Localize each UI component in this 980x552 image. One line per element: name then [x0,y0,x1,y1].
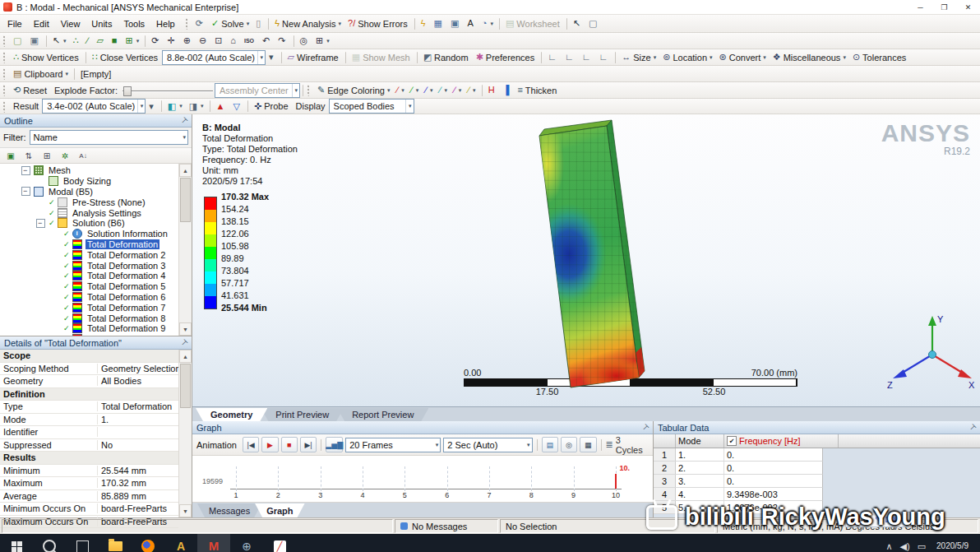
body-filter-icon[interactable]: ■ [109,33,122,49]
details-scrollbar[interactable]: ▲ ▼ [178,350,192,517]
max-tag-icon[interactable]: ▲ [213,99,230,114]
graphics-viewport[interactable]: B: Modal Total Deformation Type: Total D… [192,114,980,406]
firefox-button[interactable] [132,534,164,552]
zoom-out-icon[interactable]: ⊖ [196,33,211,49]
animation-timeline[interactable]: 19599 1 2 3 4 5 6 7 8 9 10 10. [192,456,653,503]
separator[interactable] [46,35,47,47]
mechanical-app-button[interactable]: M [197,534,230,552]
pin-icon[interactable]: ⊤ [968,422,978,433]
volume-icon[interactable]: ◀) [900,541,910,552]
coordinate-triad[interactable]: Y X Z [883,312,978,398]
tabular-row[interactable]: 3 3. 0. [654,475,823,488]
filter-name-select[interactable]: Name ▾ [30,130,189,145]
details-row[interactable]: Geometry All Bodies [0,375,178,388]
toolbar-grip[interactable] [3,35,7,47]
clipboard-button[interactable]: ▤ Clipboard ▾ [10,66,72,81]
tree-expander-icon[interactable] [21,166,30,175]
worksheet-button[interactable]: ▤ Worksheet [502,16,564,31]
tree-item[interactable]: ✓ Total Deformation 6 [0,292,178,303]
image-capture-icon[interactable]: ▣ [447,16,464,31]
checkbox-checked-icon[interactable]: ✔ [727,436,737,446]
search-button[interactable] [33,534,66,552]
tree-item[interactable]: ✓ Total Deformation [0,239,178,250]
solve-button[interactable]: ✓ Solve ▾ [208,16,252,31]
show-errors-button[interactable]: ?/ Show Errors [344,16,412,31]
marker-icon[interactable]: H [485,82,500,98]
preferences-button[interactable]: ✱ Preferences [473,49,539,65]
miscellaneous-button[interactable]: ❖ Miscellaneous ▾ [770,49,849,65]
tree-filter-icon[interactable]: ✲ [57,149,73,163]
convert-button[interactable]: ⊛ Convert ▾ [716,49,770,65]
assembly-center-combo[interactable]: Assembly Center ▾ [215,83,300,98]
scale-menu-icon[interactable]: ▾ [266,49,279,65]
minimize-button[interactable]: ─ [908,0,932,14]
details-row[interactable]: Average 85.889 mm [0,490,178,503]
zoom-in-icon[interactable]: ⊕ [180,33,196,49]
pin-icon[interactable]: ⊤ [179,115,190,126]
separator[interactable] [294,35,294,47]
frequency-column-header[interactable]: ✔ Frequency [Hz] [724,434,839,448]
separator[interactable] [615,52,616,63]
edges-style-icon[interactable]: ◨ ▾ [186,99,207,114]
separator[interactable] [417,52,418,63]
wireframe-button[interactable]: ▱ Wireframe [284,49,343,65]
next-view-icon[interactable]: ↷ [275,33,290,49]
play-button[interactable]: ▶ [261,437,278,452]
separator[interactable] [74,68,75,80]
details-row[interactable]: Minimum Occurs On board-FreeParts [0,503,178,516]
toolbar-grip[interactable] [3,51,7,63]
tree-item[interactable]: ✓ Total Deformation 10 [0,334,178,336]
vertex-filter-icon[interactable]: ∴ [70,33,84,49]
clipboard-state-label[interactable]: [Empty] [77,67,114,81]
separator[interactable] [566,18,567,30]
pan-icon[interactable]: ✛ [164,33,179,49]
skip-end-button[interactable]: ▶| [300,437,317,452]
contour-style-icon[interactable]: ◧ ▾ [164,99,186,114]
menu-item[interactable]: Edit [29,18,54,30]
display-combo[interactable]: Scoped Bodies ▾ [329,99,414,114]
menu-item[interactable]: File [2,18,27,30]
viewports-icon[interactable]: ⊞ ▾ [312,33,333,49]
start-button[interactable] [0,534,33,552]
toolbar-grip[interactable] [3,100,7,113]
face-filter-icon[interactable]: ▱ [93,33,108,49]
edge-direction-icon[interactable]: ∟ [579,49,596,65]
details-row[interactable]: Minimum 25.544 mm [0,465,178,478]
tolerances-button[interactable]: ⊙ Tolerances [849,49,910,65]
pin-icon[interactable]: ⊤ [179,337,190,348]
frames-select[interactable]: 20 Frames ▾ [345,438,441,452]
toolbar-grip[interactable] [3,67,7,80]
new-analysis-button[interactable]: ϟ New Analysis ▾ [271,16,344,31]
maximize-button[interactable]: ❐ [932,0,956,14]
edge-filter-icon[interactable]: ∕ [84,33,94,49]
tree-item[interactable]: ✓ Total Deformation 5 [0,281,178,292]
edge-type-icon[interactable]: ∕ ▾ [465,82,478,98]
scroll-down-icon[interactable]: ▼ [179,504,192,517]
comment-icon[interactable]: ▣ [26,33,43,49]
vertex-scale-combo[interactable]: 8.8e-002 (Auto Scale) ▾ [162,50,266,65]
separator[interactable] [303,85,303,96]
scroll-down-icon[interactable]: ▼ [179,322,192,336]
iso-view-icon[interactable]: ISO [241,33,259,49]
show-vertices-button[interactable]: ∴ Show Vertices [10,49,83,65]
min-tag-icon[interactable]: ▽ [229,99,244,114]
separator[interactable] [541,52,542,63]
tree-item[interactable]: ✓ Total Deformation 4 [0,271,178,281]
explode-factor-slider[interactable] [121,84,215,97]
scroll-up-icon[interactable]: ▲ [179,164,192,177]
bar-chart-icon[interactable]: ▂▅▇ [326,437,343,452]
workbench-app-button[interactable]: ╱ [263,534,296,552]
edge-type-icon[interactable]: ∕ ▾ [437,82,451,98]
details-row[interactable]: Maximum 170.32 mm [0,477,178,490]
select-mode-icon[interactable]: ↖ ▾ [49,33,70,49]
file-explorer-button[interactable] [99,534,132,552]
edge-direction-icon[interactable]: ∟ [596,49,613,65]
mode-column-header[interactable]: Mode [676,434,724,448]
edge-type-icon[interactable]: ∕ ▾ [422,82,436,98]
tree-item[interactable]: ✓ Total Deformation 9 [0,323,178,334]
toolbar-grip[interactable] [3,84,7,96]
stop-button[interactable]: ■ [281,437,298,452]
location-button[interactable]: ⊚ Location ▾ [659,49,715,65]
time-marker[interactable] [615,474,617,489]
tabular-row[interactable]: 4 4. 9.3498e-003 [654,488,823,501]
